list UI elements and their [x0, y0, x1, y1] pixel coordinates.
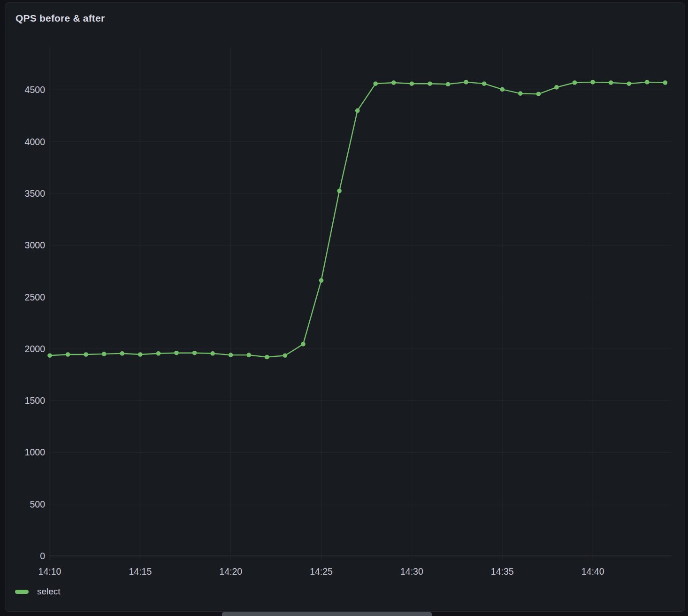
- qps-panel: 05001000150020002500300035004000450014:1…: [5, 2, 685, 612]
- data-point: [627, 81, 631, 86]
- y-axis-tick-label: 2000: [25, 344, 46, 354]
- data-point: [47, 353, 52, 358]
- x-axis-tick-label: 14:35: [491, 566, 514, 577]
- legend-series-color-marker: [15, 590, 29, 594]
- data-point: [283, 353, 288, 358]
- data-point: [66, 352, 70, 357]
- data-point: [573, 80, 577, 85]
- data-point: [192, 351, 197, 355]
- legend: select: [15, 586, 61, 597]
- data-point: [319, 278, 324, 283]
- qps-time-series-chart[interactable]: 05001000150020002500300035004000450014:1…: [5, 3, 686, 612]
- data-point: [138, 352, 143, 357]
- panel-title[interactable]: QPS before & after: [15, 13, 105, 24]
- y-axis-tick-label: 2500: [25, 292, 46, 302]
- data-point: [102, 352, 107, 356]
- x-axis-tick-label: 14:30: [400, 566, 423, 577]
- data-point: [337, 189, 342, 193]
- data-point: [301, 342, 306, 346]
- data-point: [645, 80, 650, 85]
- horizontal-scrollbar-thumb[interactable]: [222, 612, 432, 616]
- data-point: [428, 81, 432, 86]
- data-point: [174, 351, 179, 355]
- y-axis-tick-label: 500: [30, 499, 45, 509]
- data-point: [500, 87, 505, 92]
- data-point: [265, 355, 269, 360]
- y-axis-tick-label: 4000: [25, 137, 46, 147]
- x-axis-tick-label: 14:10: [38, 566, 61, 577]
- data-point: [120, 351, 124, 356]
- data-point: [229, 353, 233, 357]
- x-axis-tick-label: 14:20: [219, 566, 242, 577]
- legend-series-label: select: [37, 586, 61, 597]
- data-point: [410, 81, 414, 86]
- data-point: [554, 85, 559, 90]
- data-point: [446, 82, 451, 87]
- data-point: [355, 108, 360, 113]
- data-point: [210, 351, 215, 356]
- data-point: [663, 80, 668, 85]
- data-point: [156, 351, 161, 356]
- data-point: [482, 81, 487, 86]
- y-axis-tick-label: 1500: [25, 395, 46, 406]
- x-axis-tick-label: 14:25: [310, 566, 333, 577]
- data-point: [246, 353, 251, 357]
- x-axis-tick-label: 14:15: [129, 566, 152, 577]
- data-point: [536, 92, 541, 96]
- data-point: [84, 352, 88, 357]
- data-point: [464, 80, 468, 85]
- y-axis-tick-label: 3500: [25, 188, 46, 199]
- data-point: [590, 80, 595, 85]
- dashboard-page: 05001000150020002500300035004000450014:1…: [0, 0, 688, 616]
- y-axis-tick-label: 0: [40, 551, 45, 561]
- y-axis-tick-label: 3000: [25, 240, 46, 250]
- data-point: [518, 91, 523, 96]
- x-axis-tick-label: 14:40: [581, 566, 604, 577]
- data-point: [391, 80, 396, 85]
- series-line-select: [50, 82, 665, 357]
- data-point: [373, 81, 378, 86]
- data-point: [609, 80, 613, 85]
- legend-item-select[interactable]: select: [15, 586, 61, 597]
- y-axis-tick-label: 4500: [25, 85, 46, 95]
- y-axis-tick-label: 1000: [25, 447, 46, 457]
